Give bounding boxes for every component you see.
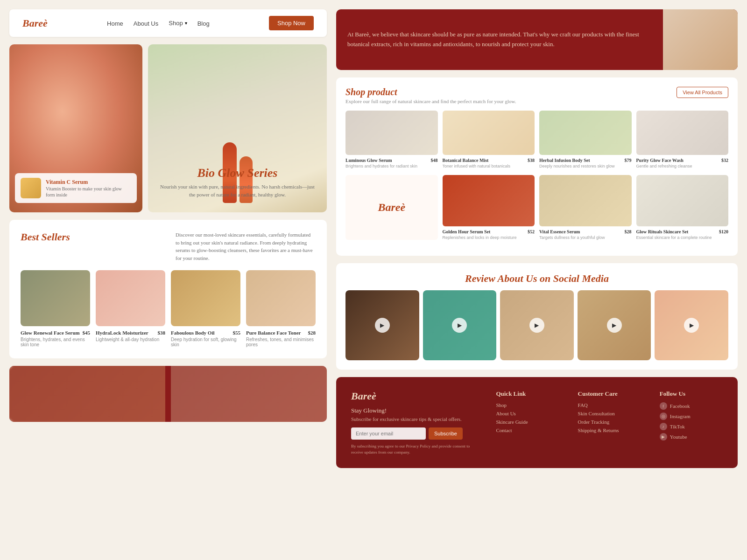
play-button-1[interactable]: ▶ bbox=[375, 318, 390, 333]
footer-email-row: Subscribe bbox=[351, 427, 477, 440]
shop-card-7[interactable]: Glow Rituals Skincare Set $120 Essential… bbox=[636, 175, 729, 240]
about-text: At Bareè, we believe that skincare shoul… bbox=[336, 21, 663, 59]
product-name-price-1: Glow Renewal Face Serum $45 bbox=[21, 330, 90, 336]
nav-blog[interactable]: Blog bbox=[197, 20, 210, 27]
play-button-2[interactable]: ▶ bbox=[452, 318, 467, 333]
footer-customer-care-list: FAQ Skin Consultation Order Tracking Shi… bbox=[578, 402, 641, 433]
product-name-price-2: HydraLock Moisturizer $38 bbox=[96, 330, 165, 336]
bestsellers-desc: Discover our most-loved skincare essenti… bbox=[176, 231, 316, 262]
shop-card-3[interactable]: Herbal Infusion Body Set $79 Deeply nour… bbox=[539, 111, 632, 168]
footer: Bareè Stay Glowing! Subscribe for exclus… bbox=[336, 377, 738, 468]
sp-desc-7: Essential skincare for a complete routin… bbox=[636, 235, 729, 240]
social-title: Review About Us on Social Media bbox=[345, 273, 728, 285]
product-card-desc: Vitamin Booster to make your skin glow f… bbox=[46, 186, 131, 198]
shop-card-1[interactable]: Luminous Glow Serum $48 Brightens and hy… bbox=[345, 111, 438, 168]
footer-order-tracking[interactable]: Order Tracking bbox=[578, 419, 641, 425]
strip-image-1 bbox=[9, 366, 165, 422]
email-input[interactable] bbox=[351, 427, 426, 440]
footer-instagram[interactable]: ◎ Instagram bbox=[660, 413, 723, 420]
product-image-2 bbox=[96, 270, 165, 326]
shop-img-6 bbox=[539, 175, 632, 226]
shop-product-header-text: Shop product Explore our full range of n… bbox=[345, 87, 516, 104]
brand-logo: Bareè bbox=[22, 17, 48, 29]
bottom-strip bbox=[9, 366, 327, 422]
product-price-2: $38 bbox=[158, 330, 166, 336]
footer-quick-link-list: Shop About Us Skincare Guide Contact bbox=[496, 402, 559, 433]
social-grid: ▶ ▶ ▶ ▶ ▶ bbox=[345, 290, 728, 360]
footer-skin-consultation[interactable]: Skin Consultation bbox=[578, 411, 641, 416]
sp-price-6: $28 bbox=[625, 229, 632, 234]
social-item-3[interactable]: ▶ bbox=[500, 290, 574, 360]
shop-card-5[interactable]: Golden Hour Serum Set $52 Replenishes an… bbox=[443, 175, 535, 240]
footer-link-about[interactable]: About Us bbox=[496, 411, 559, 416]
hero-product-card[interactable]: Vitamin C Serum Vitamin Booster to make … bbox=[15, 173, 137, 203]
product-desc-2: Lightweight & all-day hydration bbox=[96, 337, 165, 342]
shop-product-section: Shop product Explore our full range of n… bbox=[336, 77, 738, 256]
footer-link-contact[interactable]: Contact bbox=[496, 427, 559, 433]
social-item-1[interactable]: ▶ bbox=[345, 290, 419, 360]
shop-product-header: Shop product Explore our full range of n… bbox=[345, 87, 728, 104]
social-item-2[interactable]: ▶ bbox=[423, 290, 497, 360]
footer-brand: Bareè Stay Glowing! Subscribe for exclus… bbox=[351, 390, 477, 455]
footer-link-shop[interactable]: Shop bbox=[496, 402, 559, 408]
product-desc-4: Refreshes, tones, and minimises pores bbox=[246, 337, 316, 347]
bestsellers-section: Best Sellers Discover our most-loved ski… bbox=[9, 220, 327, 358]
footer-faq[interactable]: FAQ bbox=[578, 402, 641, 408]
bestseller-card-4[interactable]: Pure Balance Face Toner $28 Refreshes, t… bbox=[246, 270, 316, 347]
sp-desc-4: Gentle and refreshing cleanse bbox=[636, 164, 729, 168]
product-price-4: $28 bbox=[308, 330, 316, 336]
youtube-icon: ▶ bbox=[660, 433, 667, 441]
footer-tiktok[interactable]: ♪ TikTok bbox=[660, 423, 723, 430]
shop-card-4[interactable]: Purity Glow Face Wash $32 Gentle and ref… bbox=[636, 111, 729, 168]
bestseller-card-2[interactable]: HydraLock Moisturizer $38 Lightweight & … bbox=[96, 270, 165, 347]
brand-card: Bareè bbox=[345, 175, 438, 240]
product-name-4: Pure Balance Face Toner bbox=[246, 330, 301, 336]
facebook-icon: f bbox=[660, 402, 667, 410]
shop-name-price-7: Glow Rituals Skincare Set $120 bbox=[636, 229, 729, 234]
left-panel: Bareè Home About Us Shop ▾ Blog Shop Now bbox=[9, 9, 327, 422]
bestseller-card-1[interactable]: Glow Renewal Face Serum $45 Brightens, h… bbox=[21, 270, 90, 347]
footer-facebook[interactable]: f Facebook bbox=[660, 402, 723, 410]
subscribe-button[interactable]: Subscribe bbox=[429, 427, 463, 440]
social-item-5[interactable]: ▶ bbox=[655, 290, 728, 360]
shop-now-button[interactable]: Shop Now bbox=[269, 16, 314, 30]
shop-products-row-2: Bareè Golden Hour Serum Set $52 Replenis… bbox=[345, 175, 728, 240]
footer-sub: Subscribe for exclusive skincare tips & … bbox=[351, 416, 477, 422]
sp-price-4: $32 bbox=[721, 158, 728, 163]
footer-link-skincare[interactable]: Skincare Guide bbox=[496, 419, 559, 425]
social-item-4[interactable]: ▶ bbox=[578, 290, 651, 360]
product-name-price-4: Pure Balance Face Toner $28 bbox=[246, 330, 316, 336]
play-button-4[interactable]: ▶ bbox=[607, 318, 622, 333]
sp-name-4: Purity Glow Face Wash bbox=[636, 158, 684, 163]
footer-tagline: Stay Glowing! bbox=[351, 407, 477, 414]
brand-card-name: Bareè bbox=[378, 201, 405, 214]
sp-desc-5: Replenishes and locks in deep moisture bbox=[443, 235, 535, 240]
nav-home[interactable]: Home bbox=[107, 20, 123, 27]
view-all-button[interactable]: View All Products bbox=[677, 87, 728, 98]
shop-img-3 bbox=[539, 111, 632, 155]
bestseller-card-3[interactable]: Faboulous Body Oil $55 Deep hydration fo… bbox=[171, 270, 240, 347]
shop-card-2[interactable]: Botanical Balance Mist $38 Toner infused… bbox=[443, 111, 535, 168]
shop-img-4 bbox=[636, 111, 729, 155]
product-desc-1: Brightens, hydrates, and evens skin tone bbox=[21, 337, 90, 347]
nav-about[interactable]: About Us bbox=[134, 20, 158, 27]
about-banner: At Bareè, we believe that skincare shoul… bbox=[336, 9, 738, 70]
product-card-text: Vitamin C Serum Vitamin Booster to make … bbox=[46, 179, 131, 198]
sp-desc-6: Targets dullness for a youthful glow bbox=[539, 235, 632, 240]
footer-youtube[interactable]: ▶ Youtube bbox=[660, 433, 723, 441]
youtube-label: Youtube bbox=[670, 434, 687, 440]
product-image-3 bbox=[171, 270, 240, 326]
hero-series-title: Bio Glow Series bbox=[148, 166, 327, 180]
shop-name-price-2: Botanical Balance Mist $38 bbox=[443, 158, 535, 163]
chevron-down-icon: ▾ bbox=[185, 21, 187, 26]
play-button-3[interactable]: ▶ bbox=[529, 318, 544, 333]
footer-shipping[interactable]: Shipping & Returns bbox=[578, 427, 641, 433]
shop-card-6[interactable]: Vital Essence Serum $28 Targets dullness… bbox=[539, 175, 632, 240]
product-name-2: HydraLock Moisturizer bbox=[96, 330, 148, 336]
nav-shop[interactable]: Shop bbox=[169, 20, 183, 27]
play-button-5[interactable]: ▶ bbox=[684, 318, 699, 333]
tiktok-icon: ♪ bbox=[660, 423, 667, 430]
shop-products-row-1: Luminous Glow Serum $48 Brightens and hy… bbox=[345, 111, 728, 168]
product-card-title: Vitamin C Serum bbox=[46, 179, 131, 186]
sp-name-5: Golden Hour Serum Set bbox=[443, 229, 491, 234]
